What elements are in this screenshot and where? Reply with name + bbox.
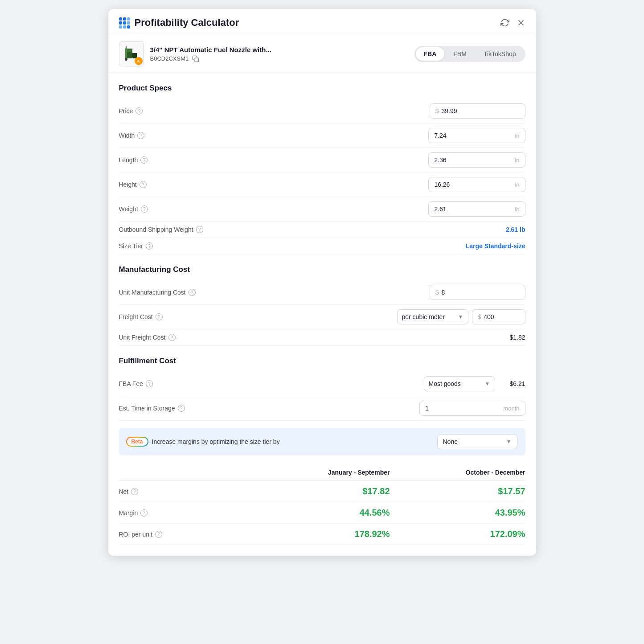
width-unit: in <box>515 132 519 139</box>
width-input-box[interactable]: in <box>428 128 525 143</box>
storage-input-box[interactable]: month <box>419 401 525 416</box>
fba-fee-label-text: FBA Fee <box>119 380 143 387</box>
product-specs-title: Product Specs <box>119 84 525 93</box>
weight-input-wrap: lb <box>322 201 525 217</box>
width-help-icon[interactable]: ? <box>137 132 144 139</box>
product-thumbnail: a <box>119 41 144 66</box>
unit-manufacturing-cost-label-text: Unit Manufacturing Cost <box>119 289 186 296</box>
price-help-icon[interactable]: ? <box>135 107 143 115</box>
length-help-icon[interactable]: ? <box>140 156 148 164</box>
net-help-icon[interactable]: ? <box>131 488 138 495</box>
weight-label-text: Weight <box>119 205 138 213</box>
close-icon[interactable] <box>517 18 525 27</box>
unit-freight-cost-help-icon[interactable]: ? <box>168 334 176 341</box>
icon-dot <box>123 17 126 21</box>
height-input[interactable] <box>434 181 512 188</box>
net-jan-sep-value: $17.82 <box>254 486 390 496</box>
net-row: Net ? $17.82 $17.57 <box>119 481 525 502</box>
weight-input-box[interactable]: lb <box>428 201 525 217</box>
freight-amount-input[interactable] <box>484 313 519 320</box>
fba-category-select[interactable]: Most goods Apparel Dangerous goods <box>429 380 482 387</box>
freight-cost-label: Freight Cost ? <box>119 313 397 320</box>
tab-tiktokshop[interactable]: TikTokShop <box>476 47 524 61</box>
margin-oct-dec-value: 43.95% <box>390 508 525 518</box>
outbound-shipping-value: 2.61 lb <box>472 226 525 233</box>
product-asin-row: B0CD2CXSM1 <box>150 55 271 62</box>
storage-row: Est. Time in Storage ? month <box>119 396 525 421</box>
storage-label: Est. Time in Storage ? <box>119 405 420 412</box>
freight-method-select[interactable]: per cubic meter per unit flat fee <box>402 313 455 320</box>
beta-description: Increase margins by optimizing the size … <box>152 438 280 445</box>
price-currency-symbol: $ <box>435 107 439 115</box>
title-actions <box>500 18 525 27</box>
storage-input[interactable] <box>425 405 503 412</box>
beta-optimize-select[interactable]: None Smaller packaging Lighter weight <box>443 438 503 445</box>
height-label: Height ? <box>119 181 322 188</box>
icon-dot <box>119 25 122 29</box>
product-details: 3/4" NPT Automatic Fuel Nozzle with... B… <box>150 46 271 62</box>
icon-dot <box>119 17 122 21</box>
unit-manufacturing-cost-label: Unit Manufacturing Cost ? <box>119 289 322 296</box>
svg-rect-7 <box>195 58 199 62</box>
results-col2-header: January - September <box>254 469 390 476</box>
freight-amount-input-box[interactable]: $ <box>472 309 525 324</box>
beta-select-box[interactable]: None Smaller packaging Lighter weight ▼ <box>437 434 517 449</box>
weight-row: Weight ? lb <box>119 197 525 222</box>
roi-jan-sep-value: 178.92% <box>254 529 390 539</box>
margin-help-icon[interactable]: ? <box>140 509 148 517</box>
beta-select-arrow: ▼ <box>506 439 512 445</box>
freight-cost-help-icon[interactable]: ? <box>156 313 163 320</box>
width-row: Width ? in <box>119 123 525 148</box>
copy-asin-icon[interactable] <box>192 55 199 62</box>
freight-method-select-arrow: ▼ <box>458 314 464 320</box>
storage-help-icon[interactable]: ? <box>178 405 185 412</box>
unit-manufacturing-cost-input-box[interactable]: $ <box>430 285 525 300</box>
icon-dot <box>127 17 130 21</box>
height-label-text: Height <box>119 181 137 188</box>
unit-freight-cost-label-text: Unit Freight Cost <box>119 334 166 341</box>
height-help-icon[interactable]: ? <box>139 181 147 188</box>
size-tier-value: Large Standard-size <box>466 242 525 250</box>
margin-row: Margin ? 44.56% 43.95% <box>119 502 525 524</box>
icon-dot <box>123 25 126 29</box>
title-bar: Profitability Calculator <box>108 9 536 35</box>
beta-badge: Beta <box>127 438 148 446</box>
weight-help-icon[interactable]: ? <box>141 205 148 213</box>
title-left: Profitability Calculator <box>119 17 239 29</box>
price-input[interactable] <box>442 107 520 115</box>
price-input-box[interactable]: $ <box>430 103 525 119</box>
width-label-text: Width <box>119 132 135 139</box>
unit-manufacturing-cost-currency-symbol: $ <box>435 289 439 296</box>
length-input-box[interactable]: in <box>428 152 525 168</box>
results-section: January - September October - December N… <box>119 464 525 545</box>
roi-row: ROI per unit ? 178.92% 172.09% <box>119 524 525 545</box>
fba-category-select-box[interactable]: Most goods Apparel Dangerous goods ▼ <box>424 376 495 391</box>
roi-help-icon[interactable]: ? <box>155 531 162 538</box>
size-tier-help-icon[interactable]: ? <box>146 242 153 250</box>
results-header: January - September October - December <box>119 464 525 481</box>
tab-fba[interactable]: FBA <box>416 47 445 61</box>
refresh-icon[interactable] <box>500 18 509 27</box>
outbound-shipping-help-icon[interactable]: ? <box>196 226 203 233</box>
product-info: a 3/4" NPT Automatic Fuel Nozzle with...… <box>119 41 271 66</box>
unit-freight-cost-row: Unit Freight Cost ? $1.82 <box>119 329 525 346</box>
icon-dot <box>119 21 122 25</box>
length-label: Length ? <box>119 156 322 164</box>
net-label: Net ? <box>119 488 254 495</box>
product-specs-section: Product Specs Price ? $ Width ? <box>119 84 525 254</box>
results-col3-header: October - December <box>390 469 525 476</box>
fba-fee-help-icon[interactable]: ? <box>146 380 153 387</box>
length-input[interactable] <box>434 156 512 164</box>
freight-method-select-box[interactable]: per cubic meter per unit flat fee ▼ <box>397 309 468 324</box>
tab-fbm[interactable]: FBM <box>445 47 475 61</box>
manufacturing-cost-title: Manufacturing Cost <box>119 265 525 274</box>
unit-manufacturing-cost-help-icon[interactable]: ? <box>189 289 196 296</box>
width-input[interactable] <box>434 132 512 139</box>
unit-manufacturing-cost-input[interactable] <box>442 289 520 296</box>
length-row: Length ? in <box>119 148 525 172</box>
height-input-box[interactable]: in <box>428 177 525 192</box>
size-tier-label: Size Tier ? <box>119 242 466 250</box>
roi-oct-dec-value: 172.09% <box>390 529 525 539</box>
weight-input[interactable] <box>434 205 512 213</box>
freight-cost-row: Freight Cost ? per cubic meter per unit … <box>119 305 525 329</box>
